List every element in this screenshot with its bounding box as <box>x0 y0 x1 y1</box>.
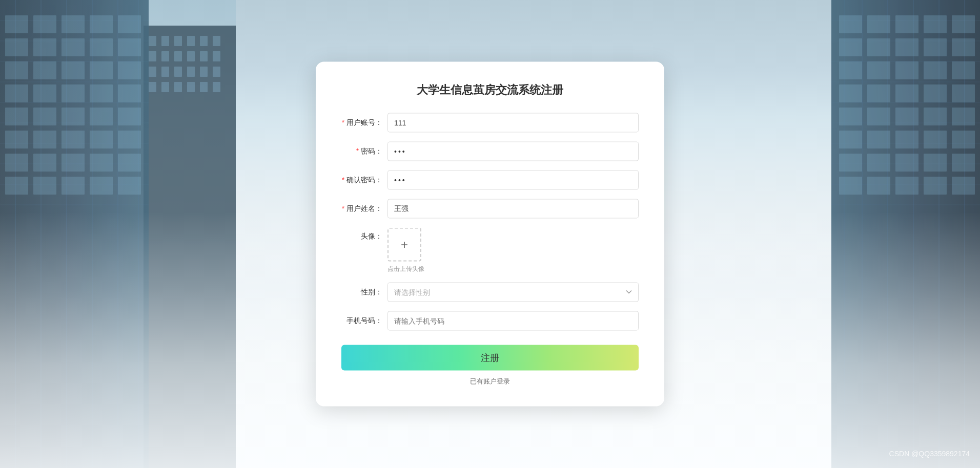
phone-input[interactable] <box>387 311 639 331</box>
confirm-password-input[interactable] <box>387 171 639 190</box>
svg-rect-20 <box>149 82 156 92</box>
svg-rect-129 <box>867 131 890 148</box>
svg-rect-128 <box>839 131 862 148</box>
svg-rect-133 <box>839 154 862 172</box>
svg-rect-9 <box>161 51 169 61</box>
phone-label: 手机号码： <box>341 316 387 326</box>
svg-rect-108 <box>839 38 862 56</box>
gender-group: 性别： 请选择性别 男 女 <box>341 283 639 302</box>
svg-rect-122 <box>952 84 975 102</box>
svg-rect-141 <box>924 177 947 195</box>
svg-rect-114 <box>867 61 890 79</box>
svg-rect-15 <box>161 67 169 77</box>
svg-rect-4 <box>174 36 182 46</box>
svg-rect-24 <box>200 82 208 92</box>
svg-rect-25 <box>213 82 220 92</box>
svg-rect-106 <box>924 15 947 33</box>
svg-rect-21 <box>161 82 169 92</box>
gender-select[interactable]: 请选择性别 男 女 <box>387 283 639 302</box>
svg-rect-136 <box>924 154 947 172</box>
svg-rect-111 <box>924 38 947 56</box>
svg-rect-18 <box>200 67 208 77</box>
avatar-hint: 点击上传头像 <box>387 265 424 273</box>
svg-rect-112 <box>952 38 975 56</box>
svg-rect-123 <box>839 108 862 125</box>
svg-rect-132 <box>952 131 975 148</box>
nickname-group: 用户姓名： <box>341 199 639 219</box>
avatar-content: + 点击上传头像 <box>387 228 424 273</box>
username-input[interactable] <box>387 113 639 133</box>
watermark: CSDN @QQ3359892174 <box>889 450 970 458</box>
svg-rect-140 <box>895 177 918 195</box>
svg-rect-110 <box>895 38 918 56</box>
svg-rect-137 <box>952 154 975 172</box>
svg-rect-109 <box>867 38 890 56</box>
svg-rect-131 <box>924 131 947 148</box>
svg-rect-139 <box>867 177 890 195</box>
svg-rect-119 <box>867 84 890 102</box>
svg-rect-7 <box>213 36 220 46</box>
svg-rect-116 <box>924 61 947 79</box>
confirm-password-group: 确认密码： <box>341 171 639 190</box>
avatar-upload-button[interactable]: + <box>387 228 421 262</box>
svg-rect-117 <box>952 61 975 79</box>
svg-rect-8 <box>149 51 156 61</box>
svg-rect-124 <box>867 108 890 125</box>
svg-rect-2 <box>149 36 156 46</box>
svg-rect-22 <box>174 82 182 92</box>
svg-rect-12 <box>200 51 208 61</box>
registration-card: 大学生信息茧房交流系统注册 用户账号： 密码： 确认密码： 用户姓名： 头像： … <box>316 62 664 407</box>
svg-rect-138 <box>839 177 862 195</box>
nickname-label: 用户姓名： <box>341 204 387 214</box>
page-title: 大学生信息茧房交流系统注册 <box>341 82 639 98</box>
svg-rect-13 <box>213 51 220 61</box>
confirm-password-label: 确认密码： <box>341 176 387 185</box>
password-input[interactable] <box>387 142 639 161</box>
svg-rect-104 <box>867 15 890 33</box>
phone-group: 手机号码： <box>341 311 639 331</box>
register-button[interactable]: 注册 <box>341 345 639 371</box>
plus-icon: + <box>401 239 408 251</box>
svg-rect-127 <box>952 108 975 125</box>
svg-rect-14 <box>149 67 156 77</box>
avatar-label: 头像： <box>341 228 387 241</box>
svg-rect-16 <box>174 67 182 77</box>
svg-rect-103 <box>839 15 862 33</box>
svg-rect-130 <box>895 131 918 148</box>
svg-rect-113 <box>839 61 862 79</box>
svg-rect-19 <box>213 67 220 77</box>
svg-rect-105 <box>895 15 918 33</box>
svg-rect-115 <box>895 61 918 79</box>
nickname-input[interactable] <box>387 199 639 219</box>
svg-rect-10 <box>174 51 182 61</box>
svg-rect-6 <box>200 36 208 46</box>
svg-rect-135 <box>895 154 918 172</box>
svg-rect-107 <box>952 15 975 33</box>
username-label: 用户账号： <box>341 118 387 127</box>
password-group: 密码： <box>341 142 639 161</box>
svg-rect-126 <box>924 108 947 125</box>
avatar-group: 头像： + 点击上传头像 <box>341 228 639 273</box>
svg-rect-142 <box>952 177 975 195</box>
svg-rect-120 <box>895 84 918 102</box>
svg-rect-118 <box>839 84 862 102</box>
svg-rect-11 <box>187 51 195 61</box>
login-link[interactable]: 已有账户登录 <box>341 377 639 386</box>
svg-rect-134 <box>867 154 890 172</box>
gender-label: 性别： <box>341 288 387 297</box>
username-group: 用户账号： <box>341 113 639 133</box>
svg-rect-17 <box>187 67 195 77</box>
svg-rect-3 <box>161 36 169 46</box>
svg-rect-125 <box>895 108 918 125</box>
password-label: 密码： <box>341 147 387 156</box>
svg-rect-23 <box>187 82 195 92</box>
svg-rect-5 <box>187 36 195 46</box>
svg-rect-121 <box>924 84 947 102</box>
